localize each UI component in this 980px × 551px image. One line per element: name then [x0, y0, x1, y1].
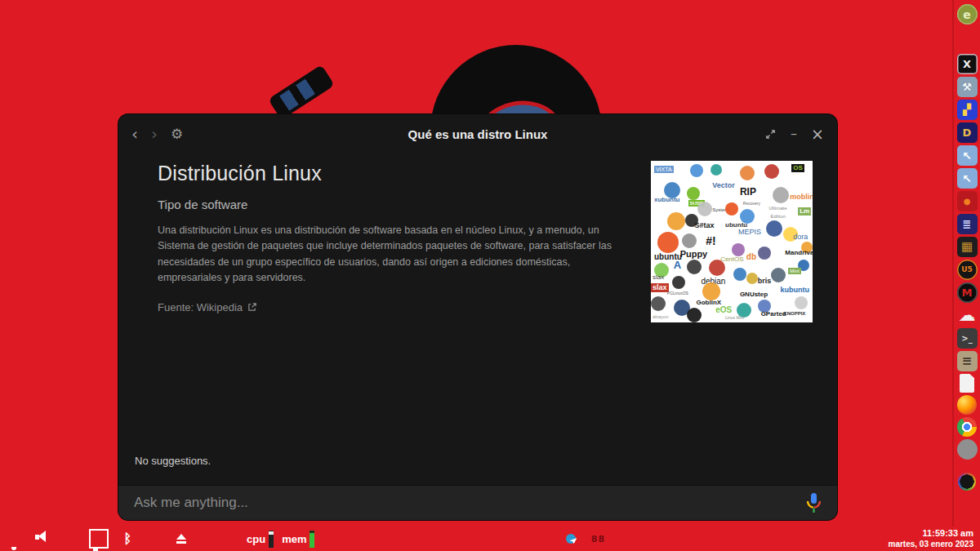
green-e-badge-icon[interactable]: e	[957, 4, 978, 24]
collage-item	[687, 187, 700, 200]
flame-tray-icon[interactable]	[455, 531, 471, 547]
collage-item: Lm	[798, 207, 811, 216]
system-pie-icon[interactable]	[222, 531, 238, 547]
collage-item: bris	[758, 278, 772, 285]
notification-bell-icon[interactable]	[8, 531, 24, 547]
clock-date: martes, 03 enero 2023	[888, 540, 973, 550]
back-button[interactable]: ‹	[131, 126, 138, 142]
eject-icon[interactable]	[173, 531, 189, 547]
collage-item: CentOS	[720, 256, 743, 263]
graphics-app-icon[interactable]: ▞	[957, 100, 978, 120]
close-icon[interactable]: ×	[811, 127, 824, 142]
collage-item: abayon	[653, 314, 669, 319]
answer-panel: Distribución Linux Tipo de software Una …	[118, 153, 837, 485]
collage-item: Mint	[788, 268, 800, 274]
d-launcher-icon[interactable]: D	[957, 122, 978, 143]
collage-item	[687, 308, 702, 322]
taskbar-left-icons: ᛒ	[8, 529, 238, 549]
collage-item	[657, 232, 679, 253]
clock-time: 11:59:33 am	[923, 528, 973, 540]
collage-item: S#tax	[694, 222, 714, 229]
collage-item: GNUstep	[740, 291, 768, 298]
mem-meter-group: mem	[282, 531, 314, 548]
m-badge-icon[interactable]: M	[957, 282, 978, 303]
package-tray-icon[interactable]	[509, 531, 525, 547]
forward-button[interactable]: ›	[151, 126, 158, 142]
bluetooth-icon[interactable]: ᛒ	[119, 531, 136, 547]
telegram-send-icon[interactable]	[146, 531, 163, 547]
cpu-label: cpu	[247, 533, 265, 545]
collage-item: GParted	[761, 311, 786, 318]
collage-item: OS	[791, 164, 804, 172]
collage-item: Vector	[712, 182, 735, 189]
collage-item	[651, 296, 666, 311]
collage-item: Recovery	[743, 202, 760, 206]
gimp-icon[interactable]	[957, 439, 978, 460]
collage-item: slax	[651, 283, 669, 292]
window-title: Qué es una distro Linux	[221, 127, 734, 141]
collage-item	[758, 247, 771, 260]
collage-item	[795, 296, 808, 309]
expand-icon[interactable]	[764, 128, 777, 140]
document-icon[interactable]	[960, 374, 974, 393]
video-editor-icon[interactable]: X	[957, 54, 978, 74]
telegram-tray-icon[interactable]	[563, 531, 579, 547]
indicator-88-icon[interactable]: 88	[590, 531, 606, 547]
no-suggestions-text: No suggestions.	[135, 455, 211, 467]
cursor-tool-icon-2[interactable]: ↖	[957, 168, 978, 189]
collage-item: db	[746, 253, 756, 261]
collage-item	[690, 164, 703, 177]
cloud-icon[interactable]: ☁	[957, 305, 978, 326]
cpu-meter-bar	[269, 531, 274, 548]
distro-collage-image: VIXTAVectorOSxubuntuSUSERIPRecoverymobli…	[651, 161, 813, 322]
collage-item	[702, 282, 720, 300]
titlebar-left-controls: ‹ › ⚙	[131, 126, 221, 142]
collage-item	[725, 202, 738, 216]
collage-item	[746, 273, 758, 284]
distro-collage-art: VIXTAVectorOSxubuntuSUSERIPRecoverymobli…	[651, 161, 813, 322]
collage-item	[764, 164, 779, 179]
taskbar-clock[interactable]: 11:59:33 am martes, 03 enero 2023	[888, 528, 973, 549]
terminal-icon[interactable]: >_	[957, 328, 978, 349]
collage-item: eOS	[715, 306, 732, 314]
google-tray-icon[interactable]	[482, 531, 498, 547]
collage-item: Puppy	[680, 250, 708, 259]
collage-item: Linux Mint	[725, 316, 744, 320]
collage-item: Mandriva	[785, 250, 813, 256]
media-library-icon[interactable]: ≣	[957, 214, 978, 234]
microphone-icon[interactable]	[804, 492, 822, 514]
collage-item: kubuntu	[780, 287, 809, 294]
cursor-tool-icon[interactable]: ↖	[957, 145, 978, 166]
minimize-icon[interactable]: –	[791, 127, 797, 140]
mosaic-grid-icon[interactable]: ▦	[957, 237, 978, 257]
volume-icon[interactable]	[35, 531, 51, 547]
ask-input[interactable]	[118, 495, 804, 511]
collage-item: xubuntu	[654, 197, 680, 203]
collage-item	[740, 166, 755, 180]
collage-item: dora	[793, 233, 808, 241]
firefox-tray-icon[interactable]	[536, 531, 552, 547]
u5-badge-icon[interactable]: U5	[957, 260, 978, 280]
settings-gear-icon[interactable]: ⚙	[171, 127, 183, 141]
build-tools-icon[interactable]: ⚒	[957, 77, 978, 97]
wallpaper-object-handle	[268, 64, 335, 120]
display-icon[interactable]	[89, 529, 109, 549]
answer-paragraph: Una distribución Linux es una distribuci…	[158, 223, 627, 287]
card-file-icon[interactable]: ≡	[957, 351, 978, 371]
assistant-dot-icon[interactable]	[62, 531, 78, 547]
source-label: Fuente: Wikipedia	[158, 301, 243, 313]
collage-item	[732, 243, 745, 256]
collage-item: KNOPPIX	[783, 311, 805, 316]
collage-item: #!	[706, 235, 715, 247]
collage-item: Ultimate	[769, 206, 787, 211]
assistant-window: ‹ › ⚙ Qué es una distro Linux – × Distri…	[118, 114, 837, 520]
color-wheel-icon[interactable]	[958, 473, 976, 491]
source-wikipedia-link[interactable]: Fuente: Wikipedia	[158, 301, 257, 313]
chrome-icon[interactable]	[957, 417, 977, 437]
collage-item	[710, 164, 722, 176]
collage-item: moblin	[790, 193, 813, 201]
firefox-icon[interactable]	[957, 395, 977, 415]
orange-ball-icon[interactable]: ●	[957, 191, 978, 211]
desktop-background: ‹ › ⚙ Qué es una distro Linux – × Distri…	[0, 0, 980, 551]
collage-item	[709, 260, 725, 276]
